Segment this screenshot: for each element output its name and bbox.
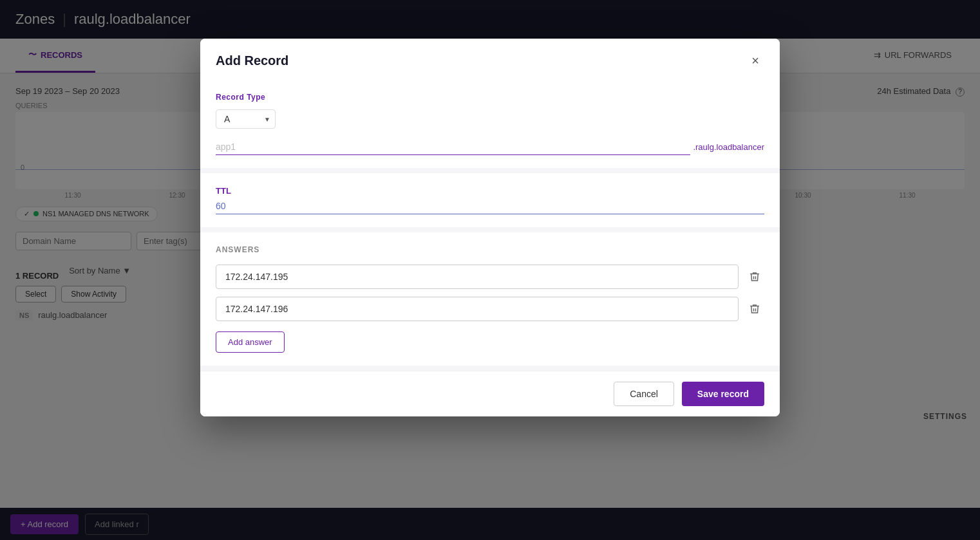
- modal-title: Add Record: [216, 53, 288, 68]
- add-answer-button[interactable]: Add answer: [216, 331, 285, 353]
- save-record-button[interactable]: Save record: [682, 382, 764, 406]
- add-record-modal: Add Record × Record Type A AAAA CNAME MX…: [200, 39, 780, 416]
- answers-label: ANSWERS: [216, 245, 764, 254]
- modal-footer: Cancel Save record: [200, 371, 780, 416]
- record-type-wrapper: A AAAA CNAME MX NS TXT SRV CAA ▼: [216, 109, 276, 129]
- delete-answer-1-button[interactable]: [745, 267, 764, 286]
- ttl-section: TTL: [200, 173, 780, 227]
- modal-close-button[interactable]: ×: [746, 51, 764, 70]
- delete-answer-2-button[interactable]: [745, 299, 764, 319]
- trash-icon-2: [749, 303, 760, 315]
- hostname-row: .raulg.loadbalancer: [216, 139, 764, 155]
- cancel-button[interactable]: Cancel: [614, 382, 674, 406]
- ttl-input[interactable]: [216, 198, 764, 214]
- ttl-label: TTL: [216, 186, 764, 196]
- modal-overlay: Add Record × Record Type A AAAA CNAME MX…: [0, 0, 980, 540]
- answer-input-2[interactable]: [216, 297, 739, 321]
- modal-header: Add Record ×: [200, 39, 780, 80]
- record-type-label: Record Type: [216, 93, 764, 102]
- trash-icon: [749, 271, 760, 283]
- answer-row-2: [216, 297, 764, 321]
- record-type-select[interactable]: A AAAA CNAME MX NS TXT SRV CAA: [216, 109, 276, 129]
- answer-row-1: [216, 265, 764, 289]
- hostname-input[interactable]: [216, 139, 690, 155]
- answers-section: ANSWERS: [200, 232, 780, 366]
- record-type-section: Record Type A AAAA CNAME MX NS TXT SRV C…: [200, 80, 780, 168]
- answer-input-1[interactable]: [216, 265, 739, 289]
- domain-suffix: .raulg.loadbalancer: [693, 142, 764, 152]
- modal-body: Record Type A AAAA CNAME MX NS TXT SRV C…: [200, 80, 780, 371]
